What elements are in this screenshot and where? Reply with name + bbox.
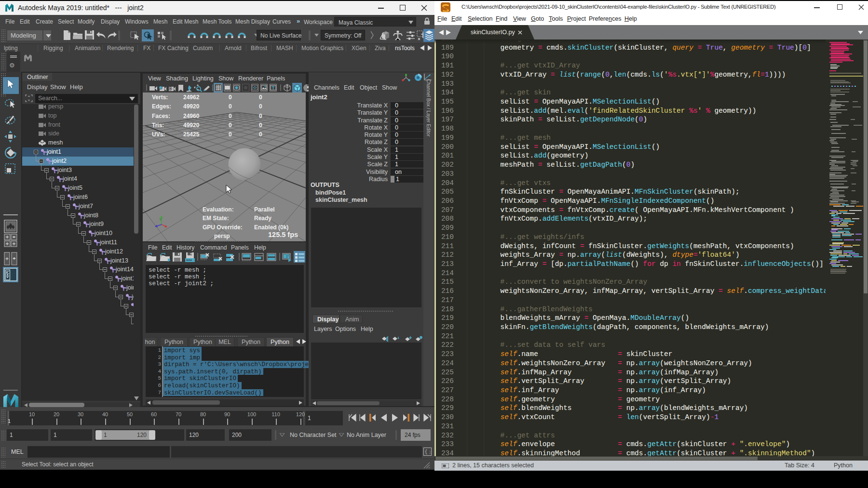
svg-text:Y: Y: [159, 217, 162, 222]
svg-text:{；}: {；}: [425, 449, 432, 455]
